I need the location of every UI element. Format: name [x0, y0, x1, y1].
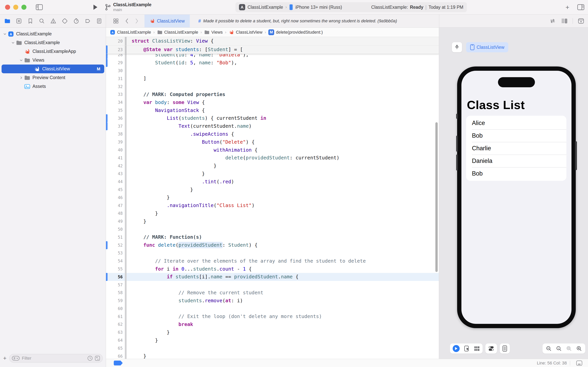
disclosure-triangle-icon[interactable] — [19, 58, 24, 62]
line-number[interactable]: 49 — [108, 219, 124, 224]
fold-ribbon[interactable] — [124, 45, 127, 54]
editor-options-icon[interactable] — [561, 18, 568, 24]
toggle-navigator-icon[interactable] — [36, 4, 43, 10]
code-line-38[interactable]: 38 .swipeActions { — [106, 130, 439, 138]
add-editor-icon[interactable] — [578, 18, 584, 24]
fold-ribbon[interactable] — [124, 99, 127, 107]
zoom-in-button[interactable] — [575, 344, 583, 353]
code-line-28[interactable]: 28 Student(id: 4, name: "Daniela"), — [106, 54, 439, 59]
code-line-61[interactable]: 61 // Exit the loop (don't delete any mo… — [106, 313, 439, 321]
go-back-icon[interactable] — [125, 18, 129, 24]
zoom-window-button[interactable] — [21, 5, 26, 10]
code-line-46[interactable]: 46 } — [106, 194, 439, 201]
fold-ribbon[interactable] — [124, 107, 127, 115]
fold-ribbon[interactable] — [124, 217, 127, 225]
line-number[interactable]: 33 — [108, 92, 124, 97]
code-line-41[interactable]: 41 delete(providedStudent: currentStuden… — [106, 154, 439, 162]
disclosure-triangle-icon[interactable] — [11, 41, 16, 45]
fold-ribbon[interactable] — [124, 162, 127, 170]
line-number[interactable]: 43 — [108, 171, 124, 176]
fold-ribbon[interactable] — [124, 67, 127, 75]
line-col-indicator[interactable]: Line: 56 Col: 38 — [537, 361, 567, 366]
fold-ribbon[interactable] — [124, 249, 127, 257]
source-control-status-filter-icon[interactable] — [95, 356, 100, 361]
fold-ribbon[interactable] — [124, 281, 127, 289]
fold-ribbon[interactable] — [124, 59, 127, 67]
fold-ribbon[interactable] — [124, 265, 127, 273]
sidebar-item-classlistexample[interactable]: AClassListExample — [0, 30, 106, 38]
breadcrumb-item-3[interactable]: Views — [204, 30, 223, 35]
line-number[interactable]: 38 — [108, 132, 124, 136]
line-number[interactable]: 20 — [108, 39, 124, 43]
preview-target-chip[interactable]: ClassListView — [466, 42, 508, 52]
code-editor[interactable]: 28 Student(id: 4, name: "Daniela"),29 St… — [106, 37, 439, 359]
fold-ribbon[interactable] — [124, 273, 127, 281]
code-line-30[interactable]: 30 — [106, 67, 439, 75]
fold-ribbon[interactable] — [124, 328, 127, 336]
line-number[interactable]: 61 — [108, 314, 124, 319]
line-number[interactable]: 50 — [108, 227, 124, 232]
code-line-55[interactable]: 55 for i in 0...students.count - 1 { — [106, 265, 439, 273]
issues-navigator-icon[interactable] — [50, 18, 56, 24]
device-settings-icon[interactable] — [488, 346, 494, 351]
sidebar-item-views[interactable]: Views — [0, 56, 106, 65]
fold-ribbon[interactable] — [124, 336, 127, 344]
iphone-screen[interactable]: Class List AliceBobCharlieDanielaBob — [462, 71, 571, 324]
filter-input[interactable] — [22, 356, 85, 361]
add-file-button[interactable]: + — [3, 355, 7, 362]
fold-ribbon[interactable] — [124, 138, 127, 146]
line-number[interactable]: 45 — [108, 187, 124, 192]
project-navigator-icon[interactable] — [4, 18, 10, 24]
code-line-43[interactable]: 43 } — [106, 170, 439, 178]
line-number[interactable]: 53 — [108, 251, 124, 255]
scheme-selector[interactable]: A ClassListExample › iPhone 13+ mini (Ru… — [239, 4, 371, 10]
line-number[interactable]: 64 — [108, 338, 124, 343]
fold-ribbon[interactable] — [124, 233, 127, 241]
related-items-icon[interactable] — [113, 18, 119, 24]
code-line-59[interactable]: 59 students.remove(at: i) — [106, 297, 439, 305]
code-line-60[interactable]: 60 — [106, 305, 439, 313]
code-line-63[interactable]: 63 } — [106, 328, 439, 336]
fold-ribbon[interactable] — [124, 321, 127, 328]
run-button[interactable] — [92, 4, 98, 10]
code-line-65[interactable]: 65 — [106, 344, 439, 352]
student-row[interactable]: Bob — [466, 129, 566, 142]
fold-ribbon[interactable] — [124, 297, 127, 305]
code-line-49[interactable]: 49 } — [106, 217, 439, 225]
code-line-45[interactable]: 45 } — [106, 186, 439, 194]
code-line-33[interactable]: 33 // MARK: Computed properties — [106, 91, 439, 99]
device-preview-icon[interactable] — [503, 345, 507, 352]
code-review-icon[interactable] — [549, 18, 556, 24]
line-number[interactable]: 23 — [108, 47, 124, 52]
line-number[interactable]: 56 — [108, 275, 124, 279]
line-number[interactable]: 60 — [108, 306, 124, 311]
toggle-inspector-icon[interactable] — [577, 4, 585, 10]
breadcrumb-item-4[interactable]: ClassListView — [229, 30, 262, 35]
line-number[interactable]: 41 — [108, 156, 124, 160]
breadcrumb-item-1[interactable]: AClassListExample — [110, 30, 151, 35]
code-line-36[interactable]: 36 List(students) { currentStudent in — [106, 114, 439, 122]
debug-navigator-icon[interactable] — [73, 18, 79, 24]
code-line-23[interactable]: 23 @State var students: [Student] = [ — [106, 45, 439, 54]
code-line-56[interactable]: 56 if students[i].name == providedStuden… — [106, 273, 439, 281]
source-control-widget[interactable]: ClassListExample main — [105, 2, 151, 12]
code-line-44[interactable]: 44 .tint(.red) — [106, 178, 439, 186]
editor-scrollbar[interactable] — [435, 122, 438, 272]
fold-ribbon[interactable] — [124, 178, 127, 186]
line-number[interactable]: 48 — [108, 211, 124, 216]
code-line-57[interactable]: 57 — [106, 281, 439, 289]
fold-ribbon[interactable] — [124, 201, 127, 209]
line-number[interactable]: 35 — [108, 108, 124, 113]
fold-ribbon[interactable] — [124, 313, 127, 321]
recent-files-icon[interactable] — [87, 356, 93, 361]
fold-ribbon[interactable] — [124, 122, 127, 130]
line-number[interactable]: 57 — [108, 283, 124, 287]
breadcrumb-item-5[interactable]: Mdelete(providedStudent:) — [268, 29, 323, 35]
fold-ribbon[interactable] — [124, 154, 127, 162]
line-number[interactable]: 40 — [108, 148, 124, 152]
close-window-button[interactable] — [5, 5, 10, 10]
line-number[interactable]: 65 — [108, 346, 124, 351]
fold-ribbon[interactable] — [124, 305, 127, 313]
line-number[interactable]: 55 — [108, 267, 124, 271]
zoom-out-button[interactable] — [545, 344, 553, 353]
